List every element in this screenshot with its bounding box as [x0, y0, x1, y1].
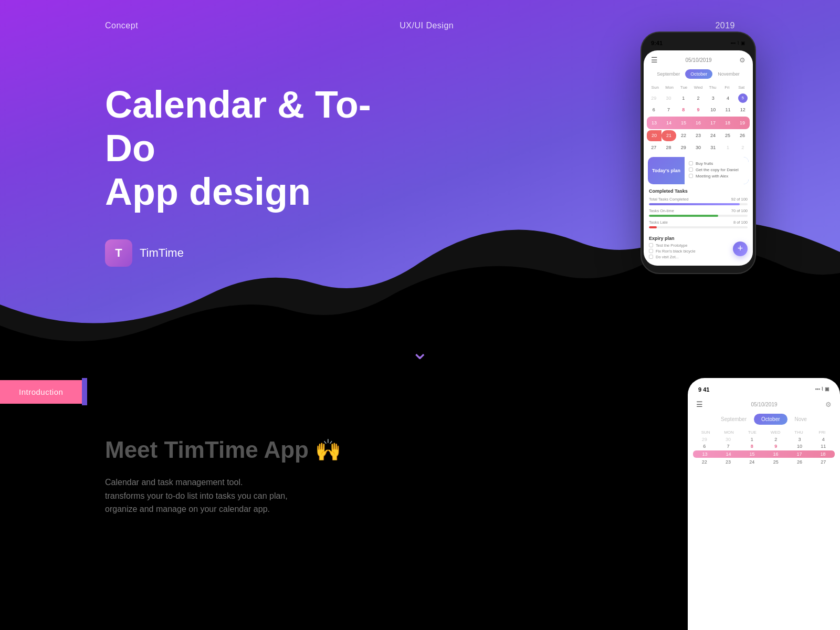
- task-checkbox-1[interactable]: [689, 161, 693, 165]
- phone-mockup: 9:41 ▪▪▪ ⌇ ▣ ☰ 05/10/2019 ⚙: [640, 32, 756, 274]
- stat-late: Tasks Late 8 of 100: [649, 220, 748, 228]
- menu-icon[interactable]: ☰: [651, 56, 658, 64]
- intro-section: Introduction Meet TimTime App 🙌 Calendar…: [0, 378, 840, 630]
- expiry-checkbox-1[interactable]: [649, 243, 653, 247]
- nav-concept: Concept: [105, 21, 138, 30]
- task-label-1: Buy fruits: [696, 161, 713, 166]
- task-label-3: Meeting with Alex: [696, 174, 728, 178]
- cal-week-3-highlighted: 13 14 15 16 17 18 19: [647, 117, 750, 129]
- phone-status-bar: 9:41 ▪▪▪ ⌇ ▣: [642, 40, 755, 50]
- month-selector: September October November: [644, 67, 753, 81]
- intro-emoji: 🙌: [315, 438, 341, 463]
- phone2-time: 9 41: [698, 386, 709, 393]
- expiry-task-label-3: Do visit Zot...: [656, 255, 679, 259]
- expiry-checkbox-3[interactable]: [649, 255, 653, 259]
- cal-week-4: 20 21 22 23 24 25 26: [647, 130, 750, 141]
- phone2-row-3-highlighted: 13 14 15 16 17 18: [693, 450, 835, 458]
- cal-week-1: 29 30 1 2 3 4 5: [647, 93, 750, 103]
- phone-screen: ☰ 05/10/2019 ⚙ September October Novembe…: [642, 50, 755, 266]
- intro-tab-label[interactable]: Introduction: [0, 380, 82, 404]
- signal-icon: ▪▪▪: [730, 40, 736, 46]
- task-item-1[interactable]: Buy fruits: [689, 161, 744, 166]
- phone2-menu-icon[interactable]: ☰: [696, 400, 703, 408]
- phone-status-icons: ▪▪▪ ⌇ ▣: [730, 40, 746, 46]
- intro-description: Calendar and task management tool. trans…: [105, 476, 326, 516]
- phone2-date: 05/10/2019: [751, 402, 777, 407]
- phone2-status-bar: 9 41 ▪▪▪ ⌇ ▣: [688, 386, 840, 397]
- stat-total-bar: [649, 203, 740, 205]
- today-plan-section: Today's plan Buy fruits Get the copy for…: [648, 157, 749, 184]
- intro-text: Meet TimTime App 🙌 Calendar and task man…: [105, 437, 368, 516]
- expiry-task-label-1: Test the Prototype: [656, 243, 687, 248]
- expiry-task-label-2: Fix Ron's black bicycle: [656, 249, 696, 254]
- expiry-task-3[interactable]: Do visit Zot...: [649, 255, 748, 259]
- brand-name: TimTime: [140, 246, 184, 260]
- task-item-3[interactable]: Meeting with Alex: [689, 174, 744, 178]
- phone-app-header: ☰ 05/10/2019 ⚙: [644, 50, 753, 67]
- phone2-icons: ▪▪▪ ⌇ ▣: [815, 386, 830, 393]
- completed-tasks-section: Completed Tasks Total Tasks Completed 92…: [644, 184, 753, 228]
- today-plan-label: Today's plan: [648, 157, 685, 184]
- month-october[interactable]: October: [685, 69, 712, 79]
- stat-late-label: Tasks Late: [649, 220, 668, 225]
- chevron-down-icon: ⌄: [411, 341, 429, 362]
- today-tasks-list: Buy fruits Get the copy for Daniel Meeti…: [685, 157, 749, 184]
- stat-total: Total Tasks Completed 92 of 100: [649, 197, 748, 205]
- task-checkbox-2[interactable]: [689, 167, 693, 172]
- phone2-row-1: 29 30 1 2 3 4: [693, 437, 835, 442]
- stat-late-bar: [649, 226, 657, 228]
- brand-icon: T: [105, 239, 132, 267]
- stat-total-value: 92 of 100: [731, 197, 748, 202]
- stat-ontime-label: Tasks On-time: [649, 208, 674, 213]
- phone2-header: ☰ 05/10/2019 ⚙: [688, 397, 840, 412]
- phone2-month-selector: September October Nove: [688, 412, 840, 427]
- expiry-plan-title: Expiry plan: [649, 236, 748, 241]
- phone-time: 9:41: [651, 40, 663, 46]
- settings-icon[interactable]: ⚙: [739, 56, 746, 64]
- phone2-row-4: 22 23 24 25 26 27: [693, 459, 835, 465]
- intro-heading: Meet TimTime App 🙌: [105, 437, 368, 463]
- phone-app-screen: ☰ 05/10/2019 ⚙ September October Novembe…: [644, 50, 753, 266]
- battery-icon: ▣: [741, 40, 746, 46]
- nav-design-type: UX/UI Design: [400, 21, 454, 30]
- stat-ontime-bar: [649, 215, 718, 217]
- phone2-row-2: 6 7 8 9 10 11: [693, 444, 835, 449]
- intro-tab: Introduction: [0, 378, 87, 405]
- fab-add-button[interactable]: +: [733, 242, 748, 256]
- task-label-2: Get the copy for Daniel: [696, 167, 739, 172]
- stat-total-label: Total Tasks Completed: [649, 197, 688, 202]
- phone-mockup-container: 9:41 ▪▪▪ ⌇ ▣ ☰ 05/10/2019 ⚙: [640, 32, 756, 274]
- scroll-down-indicator[interactable]: ⌄: [411, 341, 429, 362]
- phone2-mockup-container: 9 41 ▪▪▪ ⌇ ▣ ☰ 05/10/2019 ⚙ September Oc…: [672, 378, 840, 630]
- nav-year: 2019: [715, 21, 735, 30]
- month-november[interactable]: November: [712, 69, 745, 79]
- wifi-icon: ⌇: [737, 40, 739, 46]
- month-september[interactable]: September: [652, 69, 685, 79]
- calendar-days-header: Sun Mon Tue Wed Thu Fri Sat: [644, 84, 753, 91]
- phone2-calendar: 29 30 1 2 3 4 6 7 8 9 10 11: [688, 437, 840, 465]
- cal-week-5: 27 28 29 30 31 1 2: [647, 142, 750, 153]
- expiry-checkbox-2[interactable]: [649, 249, 653, 253]
- hero-title: Calendar & To-Do App design: [105, 83, 410, 213]
- phone2-settings-icon[interactable]: ⚙: [825, 401, 832, 408]
- hero-section: Concept UX/UI Design 2019 Calendar & To-…: [0, 0, 840, 378]
- phone2-mockup: 9 41 ▪▪▪ ⌇ ▣ ☰ 05/10/2019 ⚙ September Oc…: [688, 378, 840, 630]
- calendar-grid: 29 30 1 2 3 4 5 6 7 8: [644, 93, 753, 153]
- phone2-september[interactable]: September: [713, 414, 754, 425]
- phone2-october[interactable]: October: [754, 414, 788, 425]
- completed-tasks-title: Completed Tasks: [649, 188, 748, 194]
- task-checkbox-3[interactable]: [689, 174, 693, 178]
- phone2-days-header: SUN MON TUE WED THU FRI: [688, 430, 840, 435]
- task-item-2[interactable]: Get the copy for Daniel: [689, 167, 744, 172]
- phone-current-date: 05/10/2019: [685, 57, 711, 63]
- cal-week-2: 6 7 8 9 10 11 12: [647, 104, 750, 115]
- intro-tab-accent: [82, 378, 87, 405]
- stat-ontime: Tasks On-time 70 of 100: [649, 208, 748, 217]
- stat-late-value: 8 of 100: [733, 220, 748, 225]
- phone2-november[interactable]: Nove: [788, 414, 814, 425]
- brand-badge: T TimTime: [105, 239, 184, 267]
- stat-ontime-value: 70 of 100: [731, 208, 748, 213]
